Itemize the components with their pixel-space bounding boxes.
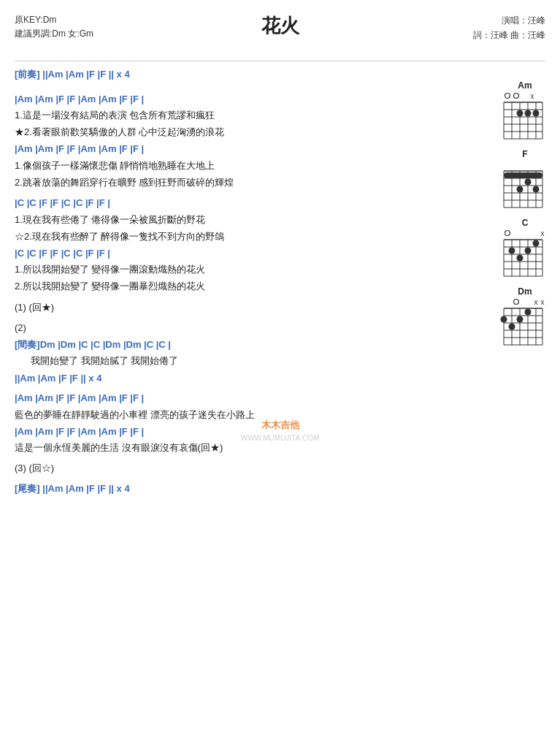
prelude-chords: [前奏] ||Am |Am |F |F || x 4 [15,67,483,82]
return1: (1) (回★) [15,300,483,315]
chorusa-lyric2: ☆2.現在我有些醉了 醉得像一隻找不到方向的野鴿 [15,229,483,244]
key-info: 原KEY:Dm 建議男調:Dm 女:Gm [15,13,93,41]
part2-label: (2) [15,321,483,335]
svg-point-50 [517,255,523,262]
svg-point-15 [517,110,523,117]
verse2b-chords-row: |Am |Am |F |F |Am |Am |F |F | [15,425,483,439]
part3-label-text: (3) (回☆) [15,461,483,476]
svg-point-32 [525,179,532,186]
chord-am-svg: x [500,92,545,142]
verse1b-lyric2: 2.跳著放蕩的舞蹈穿行在曠野 感到狂野而破碎的輝煌 [15,175,483,190]
chord-am-name: Am [500,80,550,91]
page: 原KEY:Dm 建議男調:Dm 女:Gm 花火 演唱：汪峰 詞：汪峰 曲：汪峰 … [0,0,560,746]
chord-am: Am x [500,80,550,142]
svg-point-67 [501,316,507,323]
credits: 詞：汪峰 曲：汪峰 [473,28,545,42]
chorusa-chords-row: |C |C |F |F |C |C |F |F | [15,196,483,210]
chorusa-lyric1: 1.現在我有些倦了 倦得像一朵被風折斷的野花 [15,213,483,227]
verse1b-lyric1: 1.像個孩子一樣滿懷悲傷 靜悄悄地熟睡在大地上 [15,159,483,173]
lyric-v1b-2: 2.跳著放蕩的舞蹈穿行在曠野 感到狂野而破碎的輝煌 [15,175,483,190]
verse1a-lyric2: ★2.看著眼前歡笑驕傲的人群 心中泛起洶湧的浪花 [15,125,483,140]
svg-text:x: x [541,298,545,306]
part3-label: (3) (回☆) [15,461,483,476]
main-content: [前奏] ||Am |Am |F |F || x 4 |Am |Am |F |F… [15,67,545,496]
part2-label-text: (2) [15,321,483,335]
chord-dm-svg: x x [500,298,545,348]
outro-chords: [尾奏] ||Am |Am |F |F || x 4 [15,482,483,496]
chord-f-name: F [500,149,550,159]
svg-rect-30 [504,172,542,178]
singer: 演唱：汪峰 [473,13,545,28]
verse2a-lyric: 藍色的夢睡在靜靜駛過的小車裡 漂亮的孩子迷失在小路上 [15,408,483,422]
chorusa-chord-line: |C |C |F |F |C |C |F |F | [15,196,483,210]
verse1a-chord-line: |Am |Am |F |F |Am |Am |F |F | [15,92,483,107]
svg-point-52 [514,300,519,305]
svg-point-33 [533,186,540,193]
lyric-v2b: 這是一個永恆美麗的生活 沒有眼淚沒有哀傷(回★) [15,441,483,455]
verse2b-lyric: 這是一個永恆美麗的生活 沒有眼淚沒有哀傷(回★) [15,441,483,455]
chord-f-svg [500,161,545,210]
verse2b-chord-line: |Am |Am |F |F |Am |Am |F |F | [15,425,483,439]
lyric-v1a-1: 1.這是一場沒有結局的表演 包含所有荒謬和瘋狂 [15,108,483,123]
svg-point-0 [505,94,510,99]
original-key: 原KEY:Dm [15,13,93,27]
outro-section: [尾奏] ||Am |Am |F |F || x 4 [15,482,483,496]
chord-dm: Dm x x [500,286,550,348]
verse1b-chord-line: |Am |Am |F |F |Am |Am |F |F | [15,142,483,156]
chord-diagrams: Am x [500,80,550,348]
verse1a-chords-row: |Am |Am |F |F |Am |Am |F |F | [15,92,483,107]
suggested-key: 建議男調:Dm 女:Gm [15,27,93,41]
performer-info: 演唱：汪峰 詞：汪峰 曲：汪峰 [473,13,545,43]
svg-point-49 [525,248,532,254]
lyric-v2a: 藍色的夢睡在靜靜駛過的小車裡 漂亮的孩子迷失在小路上 [15,408,483,422]
chord-c: C x [500,218,550,279]
return1-text: (1) (回★) [15,300,483,315]
lyric-v1b-1: 1.像個孩子一樣滿懷悲傷 靜悄悄地熟睡在大地上 [15,159,483,173]
lyric-cb-2: 2.所以我開始變了 變得像一團暴烈熾熱的花火 [15,279,483,294]
interlude-repeat: ||Am |Am |F |F || x 4 [15,371,483,386]
lyric-ca-1: 1.現在我有些倦了 倦得像一朵被風折斷的野花 [15,213,483,227]
svg-point-48 [509,248,515,254]
interlude-repeat-line: ||Am |Am |F |F || x 4 [15,371,483,386]
header-area: 原KEY:Dm 建議男調:Dm 女:Gm 花火 演唱：汪峰 詞：汪峰 曲：汪峰 [15,13,545,53]
prelude-section: [前奏] ||Am |Am |F |F || x 4 [15,67,483,82]
chorusb-chords-row: |C |C |F |F |C |C |F |F | [15,246,483,261]
svg-point-34 [505,231,510,236]
svg-point-16 [525,110,532,117]
verse1b-chords-row: |Am |Am |F |F |Am |Am |F |F | [15,142,483,156]
verse2a-chord-line: |Am |Am |F |F |Am |Am |F |F | [15,391,483,406]
verse1a-lyric1: 1.這是一場沒有結局的表演 包含所有荒謬和瘋狂 [15,108,483,123]
interlude-chords-row: [間奏]Dm |Dm |C |C |Dm |Dm |C |C | [15,338,483,352]
divider-top [15,61,545,61]
svg-point-17 [533,110,540,117]
svg-point-70 [525,309,532,316]
lyric-cb-1: 1.所以我開始變了 變得像一團滾動熾熱的花火 [15,262,483,277]
svg-point-69 [517,316,523,323]
svg-point-68 [509,324,515,330]
svg-point-1 [514,94,519,99]
chord-c-name: C [500,218,550,228]
interlude-lyric: 我開始變了 我開始膩了 我開始倦了 [15,354,483,368]
svg-text:x: x [534,298,538,306]
svg-point-51 [533,240,540,247]
chord-f: F [500,149,550,210]
chord-c-svg: x [500,229,545,279]
chorusb-lyric1: 1.所以我開始變了 變得像一團滾動熾熱的花火 [15,262,483,277]
lyric-ca-2: ☆2.現在我有些醉了 醉得像一隻找不到方向的野鴿 [15,229,483,244]
svg-text:x: x [531,92,534,100]
lyric-interlude: 我開始變了 我開始膩了 我開始倦了 [31,354,483,368]
svg-point-31 [517,186,523,193]
chorusb-lyric2: 2.所以我開始變了 變得像一團暴烈熾熱的花火 [15,279,483,294]
chord-dm-name: Dm [500,286,550,297]
lyric-v1a-2: ★2.看著眼前歡笑驕傲的人群 心中泛起洶湧的浪花 [15,125,483,140]
interlude-chord-line: [間奏]Dm |Dm |C |C |Dm |Dm |C |C | [15,338,483,352]
verse2a-chords-row: |Am |Am |F |F |Am |Am |F |F | [15,391,483,406]
chorusb-chord-line: |C |C |F |F |C |C |F |F | [15,246,483,261]
song-title: 花火 [15,13,545,39]
svg-text:x: x [541,229,545,237]
